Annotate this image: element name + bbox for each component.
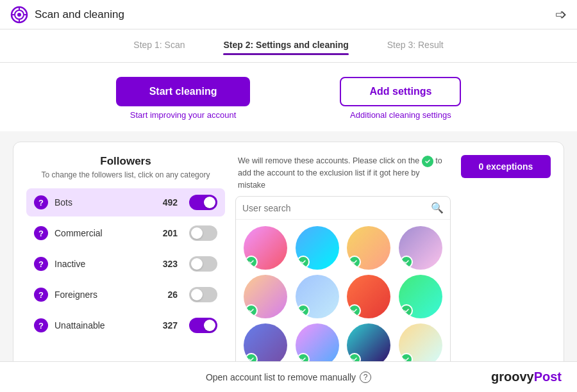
bottom-bar: Open account list to remove manually ? g… [0, 361, 577, 392]
user-search-input[interactable] [242, 203, 426, 213]
user-avatar-wrapper[interactable] [397, 275, 444, 318]
follower-count-inactive: 323 [163, 259, 178, 269]
toggle-foreigners[interactable] [189, 287, 217, 302]
check-badge[interactable] [245, 304, 258, 317]
user-avatar [347, 275, 390, 318]
help-icon-unattainable: ? [34, 318, 48, 332]
question-icon: ? [360, 372, 371, 383]
follower-name-commercial: Commercial [54, 228, 156, 238]
follower-name-inactive: Inactive [54, 259, 156, 269]
header-left: Scan and cleaning [10, 6, 124, 24]
help-icon-commercial: ? [34, 226, 48, 240]
user-avatar [399, 226, 442, 270]
follower-name-unattainable: Unattainable [54, 320, 156, 331]
follower-count-unattainable: 327 [163, 320, 178, 331]
followers-panel: Followers To change the followers list, … [26, 155, 225, 374]
user-avatar [296, 226, 339, 270]
help-icon-foreigners: ? [34, 288, 48, 302]
header: Scan and cleaning ➩ [0, 0, 577, 29]
follower-row-unattainable[interactable]: ? Unattainable 327 [26, 311, 225, 339]
follower-name-foreigners: Foreigners [54, 290, 161, 300]
followers-subtitle: To change the followers list, click on a… [26, 170, 225, 179]
main-content: Followers To change the followers list, … [0, 131, 577, 392]
svg-point-2 [17, 13, 21, 17]
check-badge[interactable] [400, 256, 413, 268]
step-2[interactable]: Step 2: Settings and cleaning [223, 40, 348, 53]
app-title: Scan and cleaning [35, 8, 124, 21]
user-avatar-wrapper[interactable] [242, 226, 289, 270]
back-button[interactable]: ➩ [555, 6, 567, 23]
actions-area: Start cleaning Start improving your acco… [0, 63, 577, 131]
user-avatar [399, 275, 442, 318]
follower-name-bots: Bots [54, 197, 156, 208]
user-avatar-wrapper[interactable] [397, 226, 444, 270]
user-avatar [347, 226, 390, 270]
user-avatar-wrapper[interactable] [294, 275, 341, 318]
open-account-link[interactable]: Open account list to remove manually ? [92, 372, 485, 383]
add-settings-button[interactable]: Add settings [340, 77, 461, 106]
primary-subtitle: Start improving your account [130, 110, 236, 120]
middle-section: We will remove these accounts. Please cl… [235, 155, 451, 374]
steps-bar: Step 1: Scan Step 2: Settings and cleani… [0, 29, 577, 63]
user-avatar-wrapper[interactable] [294, 226, 341, 270]
help-icon-inactive: ? [34, 257, 48, 271]
open-account-text: Open account list to remove manually [206, 372, 356, 382]
follower-row-commercial[interactable]: ? Commercial 201 [26, 219, 225, 247]
secondary-action-group: Add settings Additional cleaning setting… [340, 77, 461, 120]
users-panel: 🔍 [235, 196, 451, 374]
toggle-commercial[interactable] [189, 225, 217, 241]
brand-area: groovyPost [485, 370, 562, 384]
check-icon-inline [422, 156, 433, 167]
toggle-inactive[interactable] [189, 256, 217, 272]
check-badge[interactable] [348, 304, 361, 317]
main-card: Followers To change the followers list, … [13, 142, 564, 388]
follower-count-bots: 492 [163, 197, 178, 208]
start-cleaning-button[interactable]: Start cleaning [116, 77, 251, 106]
step-1[interactable]: Step 1: Scan [133, 40, 185, 53]
user-avatar [244, 226, 287, 270]
users-description: We will remove these accounts. Please cl… [235, 155, 451, 191]
follower-row-foreigners[interactable]: ? Foreigners 26 [26, 281, 225, 309]
user-avatar-wrapper[interactable] [242, 275, 289, 318]
brand-name: groovyPost [491, 370, 562, 384]
search-icon: 🔍 [431, 202, 444, 214]
user-avatar-wrapper[interactable] [346, 275, 392, 318]
step-3[interactable]: Step 3: Result [387, 40, 444, 53]
user-avatar [296, 275, 339, 318]
search-bar: 🔍 [236, 197, 450, 220]
check-badge[interactable] [348, 256, 361, 268]
exceptions-panel: 0 exceptions [461, 155, 551, 374]
follower-count-foreigners: 26 [167, 290, 178, 300]
check-badge[interactable] [245, 256, 258, 268]
check-badge[interactable] [297, 256, 310, 268]
follower-row-bots[interactable]: ? Bots 492 [26, 188, 225, 216]
secondary-subtitle: Additional cleaning settings [350, 110, 451, 120]
primary-action-group: Start cleaning Start improving your acco… [116, 77, 251, 120]
users-grid [236, 220, 450, 373]
toggle-unattainable[interactable] [189, 318, 217, 333]
user-avatar [244, 275, 287, 318]
follower-row-inactive[interactable]: ? Inactive 323 [26, 250, 225, 278]
check-badge[interactable] [400, 304, 413, 317]
target-icon [10, 6, 28, 24]
user-avatar-wrapper[interactable] [346, 226, 392, 270]
help-icon-bots: ? [34, 195, 48, 209]
exceptions-header: 0 exceptions [461, 155, 551, 178]
followers-title: Followers [26, 155, 225, 168]
toggle-bots[interactable] [189, 195, 217, 210]
check-badge[interactable] [297, 304, 310, 317]
follower-count-commercial: 201 [163, 228, 178, 238]
